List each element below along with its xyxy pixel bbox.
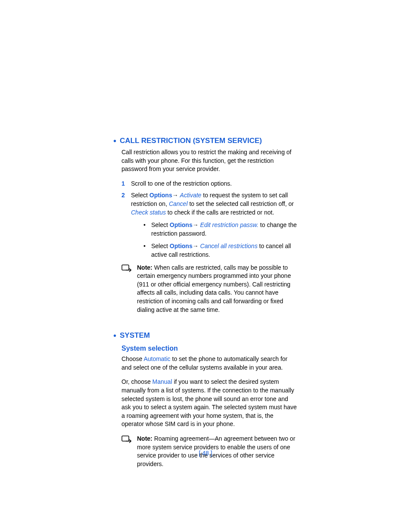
text: Select <box>131 192 149 199</box>
options-label: Options <box>149 192 172 199</box>
section-title: CALL RESTRICTION (SYSTEM SERVICE) <box>120 136 262 146</box>
sub-bullet-text: Select Options→ Cancel all restrictions … <box>151 242 297 259</box>
check-status-action: Check status <box>131 209 166 216</box>
arrow-icon: → <box>172 192 180 199</box>
note-label: Note: <box>137 435 153 442</box>
section-title: SYSTEM <box>120 331 150 340</box>
section-heading-system: • SYSTEM <box>113 330 297 343</box>
system-paragraph-2: Or, choose Manual if you want to select … <box>121 378 297 429</box>
manual-option: Manual <box>153 378 172 385</box>
svg-rect-1 <box>122 436 129 441</box>
edit-passw-action: Edit restriction passw. <box>200 221 258 228</box>
page-content: • CALL RESTRICTION (SYSTEM SERVICE) Call… <box>0 0 411 468</box>
note-block-1: Note: When calls are restricted, calls m… <box>121 264 297 314</box>
note-body: When calls are restricted, calls may be … <box>137 264 291 313</box>
note-label: Note: <box>137 264 153 271</box>
note-text: Note: When calls are restricted, calls m… <box>137 264 297 314</box>
sub-bullet-1: • Select Options→ Edit restriction passw… <box>143 221 297 238</box>
arrow-icon: → <box>193 243 200 249</box>
subsection-title: System selection <box>121 345 297 352</box>
arrow-icon: → <box>193 221 200 228</box>
step-number: 2 <box>121 191 131 217</box>
text: to check if the calls are restricted or … <box>166 209 274 216</box>
automatic-option: Automatic <box>143 355 170 362</box>
text: Choose <box>121 355 143 362</box>
text: Select <box>151 243 170 249</box>
bullet-icon: • <box>143 242 151 259</box>
step-1: 1 Scroll to one of the restriction optio… <box>121 180 297 188</box>
step-2: 2 Select Options→ Activate to request th… <box>121 191 297 217</box>
step-text: Scroll to one of the restriction options… <box>131 180 297 188</box>
bullet-icon: • <box>113 137 116 145</box>
activate-action: Activate <box>180 192 202 199</box>
page-number: [ 48 ] <box>0 450 411 457</box>
system-paragraph-1: Choose Automatic to set the phone to aut… <box>121 355 297 372</box>
intro-paragraph: Call restriction allows you to restrict … <box>121 148 297 174</box>
step-text: Select Options→ Activate to request the … <box>131 191 297 217</box>
text: to set the selected call restriction off… <box>188 200 294 207</box>
cancel-all-action: Cancel all restrictions <box>200 243 258 249</box>
bullet-icon: • <box>113 331 116 340</box>
sub-bullet-list: • Select Options→ Edit restriction passw… <box>143 221 297 259</box>
bullet-icon: • <box>143 221 151 238</box>
options-label: Options <box>170 243 193 249</box>
sub-bullet-text: Select Options→ Edit restriction passw. … <box>151 221 297 238</box>
text: Select <box>151 221 170 228</box>
svg-rect-0 <box>122 265 129 270</box>
options-label: Options <box>170 221 193 228</box>
text: if you want to select the desired system… <box>121 378 297 427</box>
cancel-action: Cancel <box>169 200 188 207</box>
note-icon <box>121 264 137 314</box>
text: Or, choose <box>121 378 153 385</box>
step-number: 1 <box>121 180 131 188</box>
section-heading-call-restriction: • CALL RESTRICTION (SYSTEM SERVICE) <box>113 136 297 148</box>
sub-bullet-2: • Select Options→ Cancel all restriction… <box>143 242 297 259</box>
